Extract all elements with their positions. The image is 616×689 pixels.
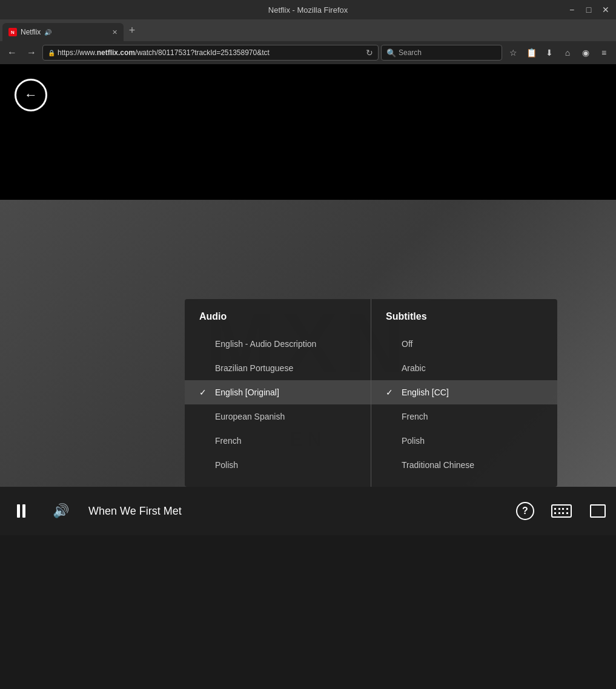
back-button[interactable]: ← [4,44,21,61]
fullscreen-button[interactable] [580,487,616,535]
url-domain: netflix.com [97,48,135,57]
pocket-button[interactable]: ◉ [577,44,594,61]
bookmarks-star-button[interactable]: ☆ [505,44,522,61]
help-circle-icon: ? [516,502,534,520]
fullscreen-icon [590,504,606,518]
video-area: ← [0,64,616,200]
url-suffix: /watch/80117531?trackId=251358970&tct [135,48,270,57]
search-bar[interactable]: 🔍 Search [381,45,502,61]
toolbar-icons: ☆ 📋 ⬇ ⌂ ◉ ≡ [505,44,612,61]
subtitle-item-label: Off [402,339,412,349]
search-placeholder: Search [399,48,422,57]
browser-navbar: ← → 🔒 https://www.netflix.com/watch/8011… [0,41,616,64]
right-controls: ? [507,487,616,535]
audio-item-european-spanish[interactable]: European Spanish [185,404,371,429]
subtitle-item-english-cc[interactable]: ✓ English [CC] [371,380,557,404]
window-title: Netflix - Mozilla Firefox [268,5,348,15]
audio-column: Audio English - Audio Description Brazil… [185,299,371,487]
audio-item-label: Polish [215,460,238,470]
back-to-browse-button[interactable]: ← [15,79,47,111]
new-tab-button[interactable]: + [124,22,141,39]
audio-item-label: English - Audio Description [215,339,316,349]
audio-item-label: European Spanish [215,412,285,421]
subtitle-item-label: French [402,412,428,421]
browser-titlebar: Netflix - Mozilla Firefox − □ ✕ [0,0,616,19]
help-button[interactable]: ? [507,487,543,535]
security-icon: 🔒 [48,50,55,56]
audio-subtitles-panel: Audio English - Audio Description Brazil… [185,299,557,487]
tab-title: Netflix [21,28,41,36]
subtitle-item-label: English [CC] [402,387,449,397]
volume-icon: 🔊 [53,503,69,519]
tab-favicon: N [8,28,17,36]
keyboard-shortcuts-button[interactable] [543,487,580,535]
check-icon: ✓ [386,387,396,397]
close-button[interactable]: ✕ [600,4,611,15]
downloads-button[interactable]: ⬇ [541,44,558,61]
home-button[interactable]: ⌂ [559,44,576,61]
subtitles-header: Subtitles [371,311,557,332]
subtitles-column: Subtitles Off Arabic ✓ English [CC] Fren… [371,299,557,487]
keyboard-icon [551,504,572,518]
window-controls: − □ ✕ [566,4,611,15]
address-bar[interactable]: 🔒 https://www.netflix.com/watch/80117531… [42,45,379,61]
audio-item-english-ad[interactable]: English - Audio Description [185,332,371,356]
forward-button[interactable]: → [23,44,40,61]
audio-item-brazilian-portuguese[interactable]: Brazilian Portuguese [185,356,371,380]
pause-icon [17,504,25,518]
browser-tab-netflix[interactable]: N Netflix 🔊 ✕ [2,23,124,41]
minimize-button[interactable]: − [566,4,577,15]
audio-item-label: English [Original] [215,387,279,397]
audio-item-label: French [215,436,242,446]
back-arrow-icon: ← [24,87,38,103]
audio-item-english-original[interactable]: ✓ English [Original] [185,380,371,404]
restore-button[interactable]: □ [583,4,594,15]
url-text: https://www.netflix.com/watch/80117531?t… [58,48,363,57]
subtitle-item-polish[interactable]: Polish [371,429,557,453]
browser-tabbar: N Netflix 🔊 ✕ + [0,19,616,41]
menu-button[interactable]: ≡ [595,44,612,61]
tab-close-button[interactable]: ✕ [112,28,118,36]
subtitle-item-arabic[interactable]: Arabic [371,356,557,380]
subtitle-item-label: Arabic [402,363,426,373]
bookmark-library-button[interactable]: 📋 [523,44,540,61]
pause-button[interactable] [0,487,42,535]
subtitle-item-label: Polish [402,436,425,446]
audio-item-label: Brazilian Portuguese [215,363,293,373]
subtitle-item-french[interactable]: French [371,404,557,429]
url-prefix: https://www. [58,48,97,57]
check-icon: ✓ [199,387,209,397]
audio-header: Audio [185,311,371,332]
tab-audio-icon: 🔊 [44,29,51,36]
subtitle-item-traditional-chinese[interactable]: Traditional Chinese [371,453,557,477]
volume-button[interactable]: 🔊 [42,487,79,535]
show-background: MXN EN Audio English - Audio Description… [0,200,616,487]
search-icon: 🔍 [386,48,396,58]
playback-controls: 🔊 When We First Met ? [0,487,616,535]
audio-item-polish[interactable]: Polish [185,453,371,477]
audio-item-french[interactable]: French [185,429,371,453]
refresh-button[interactable]: ↻ [366,48,373,58]
subtitle-item-off[interactable]: Off [371,332,557,356]
show-title: When We First Met [79,505,507,518]
subtitle-item-label: Traditional Chinese [402,460,474,470]
